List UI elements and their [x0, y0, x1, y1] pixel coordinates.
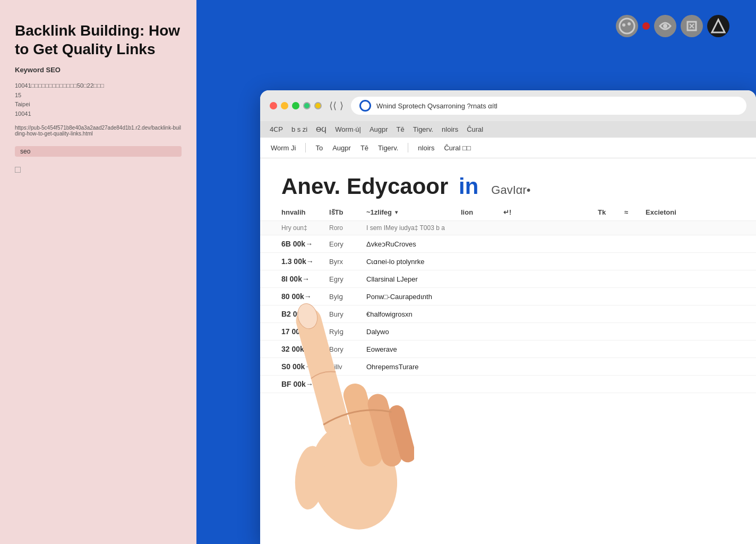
- tab-7[interactable]: nloirs: [442, 125, 458, 133]
- tab-6[interactable]: Tigerv.: [413, 125, 433, 133]
- toolbar-worm-ji[interactable]: Worm Ji: [271, 144, 296, 152]
- dr-name: Cllarsinal LJeper: [366, 275, 740, 283]
- tab-2[interactable]: ϴϤ: [316, 125, 327, 133]
- content-header: Anev. Edycaoor in GavIαr•: [260, 158, 756, 204]
- dr-name: Dalywo: [366, 328, 740, 336]
- dr-type: Eory: [329, 240, 366, 248]
- dr-vol: B2 00k→: [281, 310, 329, 318]
- tab-1[interactable]: b s zi: [291, 125, 307, 133]
- table-row: BF 00k→: [260, 376, 756, 393]
- tab-4[interactable]: Augpr: [370, 125, 388, 133]
- table-row: 1.3 00k→ Byrx Cɩɑnei-lo ptolynrke: [260, 253, 756, 270]
- nav-buttons: ⟨⟨ ⟩: [329, 100, 343, 112]
- back-icon[interactable]: ⟨⟨: [329, 100, 337, 112]
- deco-icon-1: [616, 15, 638, 37]
- dr-vol: BF 00k→: [281, 380, 329, 388]
- svg-point-2: [628, 22, 631, 26]
- dr-name: Cɩɑnei-lo ptolynrke: [366, 258, 740, 266]
- th-hnvalih: hnvalih: [281, 208, 329, 216]
- table-row: 80 00k→ Bylɡ Ponw□-Caurapedɩnth: [260, 288, 756, 305]
- tab-8[interactable]: Ĉural: [467, 125, 483, 133]
- table-row: S0 00k→ Nillv OhrepemsTurare: [260, 358, 756, 376]
- dr-type: Bory: [329, 345, 366, 353]
- browser-window: ⟨⟨ ⟩ Wnind Sprotech Qvsarroning ?rnats α…: [260, 90, 756, 544]
- browser-toolbar: Worm Ji To Augpr Tē Tigerv. nloirs Ĉural…: [260, 138, 756, 158]
- sidebar-tag: seo: [15, 146, 182, 157]
- svg-point-3: [663, 24, 667, 28]
- dr-name: Eowerave: [366, 345, 740, 353]
- content-subtitle: GavIαr•: [491, 183, 530, 197]
- tab-5[interactable]: Tē: [397, 125, 405, 133]
- th-approx: ≈: [624, 208, 646, 216]
- toolbar-divider2: [408, 143, 408, 152]
- traffic-lights: [270, 102, 322, 109]
- dr-name: Ponw□-Caurapedɩnth: [366, 293, 740, 301]
- sidebar-subtitle: Keyword SEO: [15, 66, 182, 74]
- table-row: 6B 00k→ Eory ΔvkeɔRuCroves: [260, 235, 756, 253]
- toolbar-te[interactable]: Tē: [360, 144, 368, 152]
- deco-icon-2: [654, 15, 676, 37]
- dr-vol: 80 00k→: [281, 292, 329, 301]
- th-tk: Tk: [598, 208, 624, 216]
- extra-button[interactable]: [303, 102, 311, 109]
- tsh-roro: Roro: [329, 224, 366, 232]
- toolbar-to[interactable]: To: [315, 144, 323, 152]
- th-excietoni: Excietoni: [646, 208, 740, 216]
- dr-name: OhrepemsTurare: [366, 363, 740, 371]
- tsh-hryoun: Hry oun‡: [281, 224, 329, 232]
- title-part1: Anev. Edycaoor: [281, 174, 448, 199]
- deco-icon-4: [707, 15, 729, 37]
- deco-icon-3: [681, 15, 703, 37]
- dr-type: Rylɡ: [329, 328, 366, 336]
- svg-marker-4: [712, 20, 725, 32]
- dr-vol: 32 00k→: [281, 345, 329, 353]
- toolbar-ural[interactable]: Ĉural □□: [444, 144, 470, 152]
- toolbar-nloirs[interactable]: nloirs: [418, 144, 434, 152]
- sidebar-icon: □: [15, 164, 182, 175]
- sidebar-url: https://pub-5c454f571b8e40a3a2aad27ade84…: [15, 125, 182, 137]
- tsh-isem: I sem IMey iudya‡ T003 b a: [366, 224, 740, 232]
- th-lstb: ls̃Tb: [329, 208, 366, 216]
- dr-vol: 17 00k→: [281, 327, 329, 336]
- toolbar-augpr[interactable]: Augpr: [332, 144, 351, 152]
- content-title: Anev. Edycaoor in: [281, 174, 483, 199]
- table-row: B2 00k→ Bury €halfowigrosxn: [260, 305, 756, 323]
- deco-dot-red: [642, 22, 650, 30]
- forward-icon[interactable]: ⟩: [340, 100, 343, 112]
- close-button[interactable]: [270, 102, 277, 109]
- site-icon: [359, 100, 371, 112]
- top-icons: [616, 15, 729, 37]
- dr-vol: 6B 00k→: [281, 240, 329, 248]
- extra-button2[interactable]: [314, 102, 322, 109]
- dr-type: Nillv: [329, 363, 366, 371]
- address-text: Wnind Sprotech Qvsarroning ?rnats αítl: [376, 102, 738, 110]
- data-rows: 6B 00k→ Eory ΔvkeɔRuCroves 1.3 00k→ Byrx…: [260, 235, 756, 544]
- main-area: ⟨⟨ ⟩ Wnind Sprotech Qvsarroning ?rnats α…: [196, 0, 756, 544]
- svg-point-1: [622, 23, 625, 27]
- browser-chrome: ⟨⟨ ⟩ Wnind Sprotech Qvsarroning ?rnats α…: [260, 90, 756, 121]
- dr-name: €halfowigrosxn: [366, 310, 740, 318]
- sidebar-title: Backlink Building: How to Get Quality Li…: [15, 21, 182, 58]
- dr-type: Bylɡ: [329, 293, 366, 301]
- th-arrow: ↵!: [503, 208, 598, 216]
- dr-vol: 1.3 00k→: [281, 257, 329, 266]
- browser-content: Anev. Edycaoor in GavIαr• hnvalih ls̃Tb …: [260, 158, 756, 544]
- dr-name: ΔvkeɔRuCroves: [366, 240, 740, 248]
- table-row: 17 00k→ Rylɡ Dalywo: [260, 323, 756, 341]
- th-lion: lion: [461, 208, 503, 216]
- table-row: 8I 00k→ Egry Cllarsinal LJeper: [260, 270, 756, 288]
- table-subheader: Hry oun‡ Roro I sem IMey iudya‡ T003 b a: [260, 221, 756, 235]
- tab-0[interactable]: 4ϹP: [270, 125, 283, 133]
- dr-vol: 8I 00k→: [281, 275, 329, 283]
- sort-icon[interactable]: ▾: [395, 209, 398, 215]
- address-bar[interactable]: Wnind Sprotech Qvsarroning ?rnats αítl: [351, 97, 746, 115]
- browser-tabs-bar: 4ϹP b s zi ϴϤ Worm·ú| Augpr Tē Tigerv. n…: [260, 121, 756, 138]
- table-header: hnvalih ls̃Tb ~1zlifeg ▾ lion ↵! Tk ≈ Ex…: [260, 204, 756, 221]
- sidebar-meta: 10041□□□□□□□□□□□□□50□22□□□ 15 Taipei 100…: [15, 81, 182, 118]
- maximize-button[interactable]: [292, 102, 299, 109]
- toolbar-tiger[interactable]: Tigerv.: [378, 144, 398, 152]
- minimize-button[interactable]: [281, 102, 288, 109]
- dr-type: Byrx: [329, 258, 366, 266]
- title-part2: in: [459, 174, 478, 199]
- tab-3[interactable]: Worm·ú|: [335, 125, 361, 133]
